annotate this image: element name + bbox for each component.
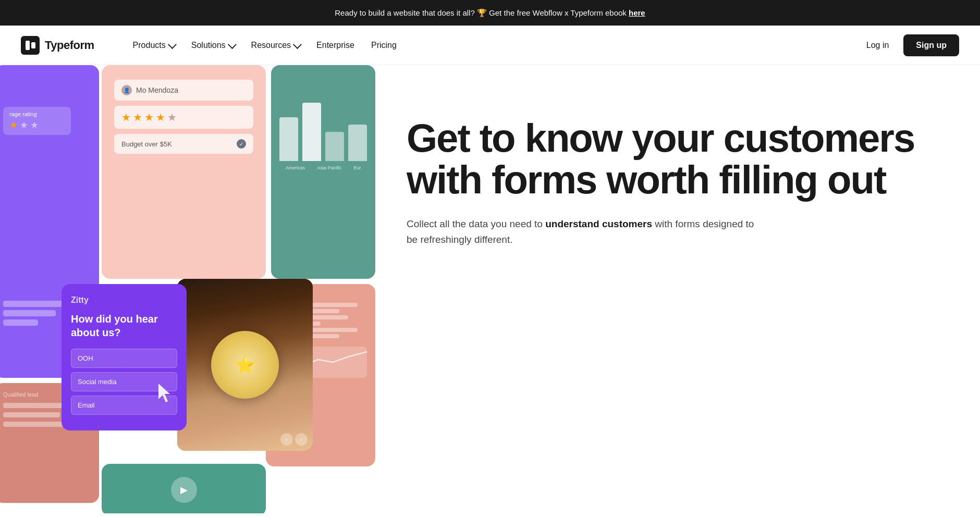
login-button[interactable]: Log in [858, 36, 898, 54]
nav-pricing[interactable]: Pricing [364, 36, 404, 54]
nav-enterprise[interactable]: Enterprise [309, 36, 362, 54]
photo-image: ⭐ [177, 279, 313, 451]
next-arrow-icon[interactable]: › [295, 433, 308, 446]
survey-question: How did you hear about us? [71, 312, 177, 339]
cursor-icon [158, 384, 174, 404]
chart-bar [325, 132, 344, 161]
bar-chart [279, 88, 367, 161]
banner-text: Ready to build a website that does it al… [335, 8, 629, 17]
bar-item [3, 319, 38, 326]
navbar: Typeform Products Solutions Resources En… [0, 26, 980, 65]
signup-button[interactable]: Sign up [903, 34, 959, 56]
star-empty-icon: ★ [30, 119, 39, 131]
rage-rating-label: rage rating ★ ★ ★ [3, 107, 71, 135]
user-icon: 👤 [121, 85, 132, 95]
hero-headline: Get to know your customers with forms wo… [407, 117, 949, 201]
card-purple-survey: Zitty How did you hear about us? OOH Soc… [62, 284, 187, 430]
chart-labels: Americas Asia Pacific Eur [279, 165, 367, 170]
chart-bar [279, 117, 298, 161]
logo-icon [21, 36, 40, 55]
option-ooh: OOH [71, 349, 177, 368]
form-field-name: 👤 Mo Mendoza [114, 80, 253, 101]
star-filled-icon: ★ [9, 119, 18, 131]
chevron-down-icon [293, 40, 302, 49]
photo-nav: ‹ › [280, 433, 308, 446]
star-filled-icon: ★ [156, 111, 165, 124]
logo-text: Typeform [45, 39, 94, 52]
chart-bar [348, 125, 367, 161]
hero-visuals: rage rating ★ ★ ★ 👤 Mo Mendoza [0, 65, 375, 513]
hero-section: rage rating ★ ★ ★ 👤 Mo Mendoza [0, 65, 980, 513]
card-pink-form: 👤 Mo Mendoza ★ ★ ★ ★ ★ Budget over $5K ✓ [102, 65, 266, 279]
chevron-down-icon [168, 40, 177, 49]
bar-item [3, 310, 56, 316]
star-filled-icon: ★ [121, 111, 131, 124]
nav-resources[interactable]: Resources [244, 36, 307, 54]
chevron-down-icon [228, 40, 237, 49]
nav-links: Products Solutions Resources Enterprise … [126, 36, 858, 54]
play-button[interactable]: ▶ [171, 477, 197, 503]
card-teal-bottom: ▶ [102, 464, 266, 513]
prev-arrow-icon[interactable]: ‹ [280, 433, 293, 446]
star-filled-icon: ★ [144, 111, 154, 124]
check-icon: ✓ [237, 139, 246, 149]
logo[interactable]: Typeform [21, 36, 94, 55]
svg-marker-0 [158, 384, 170, 402]
brand-name: Zitty [71, 296, 177, 305]
bar-item [3, 412, 60, 417]
star-empty-icon: ★ [167, 111, 177, 124]
star-empty-icon: ★ [20, 119, 28, 131]
form-field-budget: Budget over $5K ✓ [114, 134, 253, 154]
form-field-stars: ★ ★ ★ ★ ★ [114, 106, 253, 129]
nav-right: Log in Sign up [858, 34, 959, 56]
star-filled-icon: ★ [133, 111, 142, 124]
banner-link[interactable]: here [629, 8, 645, 17]
hero-text: Get to know your customers with forms wo… [375, 65, 980, 268]
bar-item [3, 422, 69, 427]
nav-products[interactable]: Products [126, 36, 182, 54]
top-banner: Ready to build a website that does it al… [0, 0, 980, 26]
ornament-icon: ⭐ [235, 355, 255, 375]
card-photo: ⭐ ‹ › [177, 279, 313, 451]
chart-bar [302, 103, 321, 161]
card-teal-chart: Americas Asia Pacific Eur [271, 65, 375, 279]
nav-solutions[interactable]: Solutions [184, 36, 242, 54]
hero-subtext: Collect all the data you need to underst… [407, 216, 761, 248]
